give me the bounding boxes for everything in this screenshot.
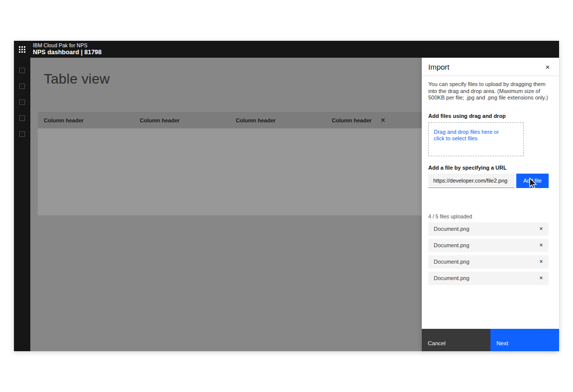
close-icon[interactable]: × — [541, 58, 554, 76]
url-input[interactable] — [428, 174, 514, 188]
table-close-icon[interactable]: × — [377, 112, 389, 128]
sidebar-item-3 square-icon[interactable] — [19, 99, 25, 105]
upload-counter: 4 / 5 files uploaded — [428, 213, 549, 219]
remove-file-icon close-icon[interactable]: × — [534, 255, 549, 269]
next-button[interactable]: Next — [490, 329, 559, 351]
sidebar-item-2 square-icon[interactable] — [19, 84, 25, 89]
left-nav-rail — [14, 58, 30, 351]
import-panel-body: You can specify files to upload by dragg… — [422, 76, 559, 285]
app-switcher-button[interactable] — [14, 41, 30, 58]
file-name: Document.png — [434, 226, 534, 232]
url-entry-row: Add file — [428, 174, 549, 188]
file-name: Document.png — [434, 259, 534, 265]
import-panel-footer: Cancel Next — [422, 329, 559, 351]
uploaded-file-list: Document.png × Document.png × Document.p… — [428, 222, 549, 285]
cancel-button[interactable]: Cancel — [422, 329, 490, 351]
drag-drop-section-label: Add files using drag and drop — [428, 113, 549, 119]
file-row: Document.png × — [428, 255, 549, 269]
dropzone-text-line-1: Drag and drop files here or — [434, 129, 518, 136]
sidebar-item-5 square-icon[interactable] — [19, 131, 25, 137]
sidebar-item-4 square-icon[interactable] — [19, 115, 25, 121]
column-header-1: Column header — [44, 117, 84, 123]
product-name: IBM Cloud Pak for NPS — [33, 42, 101, 49]
file-row: Document.png × — [428, 239, 549, 252]
import-panel: Import × You can specify files to upload… — [422, 58, 559, 351]
top-header-bar: IBM Cloud Pak for NPS NPS dashboard | 81… — [14, 41, 559, 58]
column-header-2: Column header — [140, 117, 180, 123]
import-panel-title: Import — [428, 63, 450, 71]
file-name: Document.png — [434, 275, 534, 281]
page-title: Table view — [44, 71, 110, 87]
header-titles: IBM Cloud Pak for NPS NPS dashboard | 81… — [33, 42, 101, 56]
drag-drop-zone[interactable]: Drag and drop files here or click to sel… — [428, 122, 524, 156]
column-header-3: Column header — [236, 117, 276, 123]
import-panel-header: Import × — [422, 58, 559, 76]
remove-file-icon close-icon[interactable]: × — [534, 272, 549, 285]
remove-file-icon close-icon[interactable]: × — [534, 222, 549, 236]
app-switcher-icon — [19, 46, 25, 53]
app-window: IBM Cloud Pak for NPS NPS dashboard | 81… — [14, 41, 559, 351]
add-file-button[interactable]: Add file — [516, 174, 549, 188]
page-name: NPS dashboard | 81798 — [33, 49, 101, 56]
file-name: Document.png — [434, 242, 534, 248]
sidebar-item-1 square-icon[interactable] — [19, 68, 25, 73]
file-row: Document.png × — [428, 222, 549, 236]
file-row: Document.png × — [428, 272, 549, 285]
url-section-label: Add a file by specifying a URL — [428, 165, 549, 171]
import-description: You can specify files to upload by dragg… — [428, 81, 550, 101]
dropzone-text-line-2: click to select files — [434, 135, 518, 142]
remove-file-icon close-icon[interactable]: × — [534, 239, 549, 252]
column-header-4: Column header — [332, 117, 372, 123]
